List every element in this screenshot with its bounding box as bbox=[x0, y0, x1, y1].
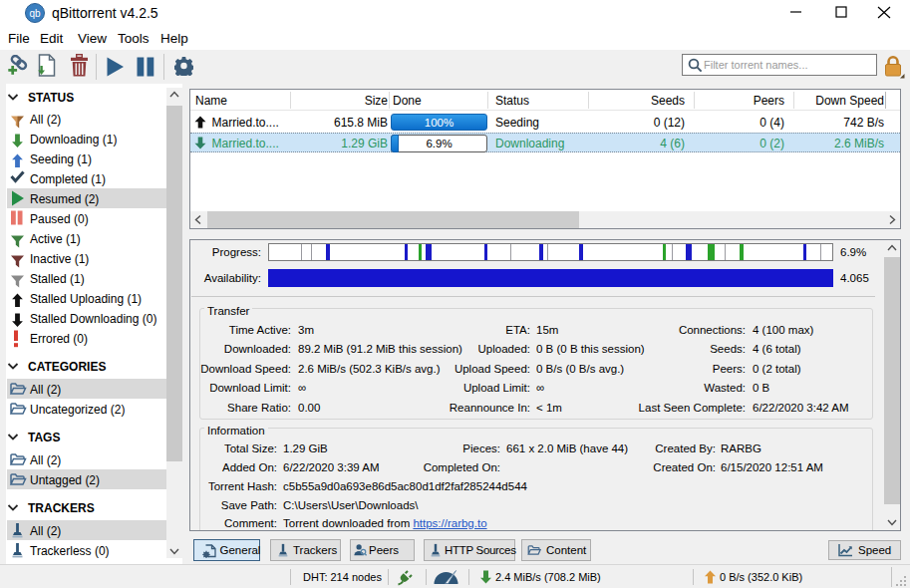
svg-text:qb: qb bbox=[29, 8, 41, 19]
